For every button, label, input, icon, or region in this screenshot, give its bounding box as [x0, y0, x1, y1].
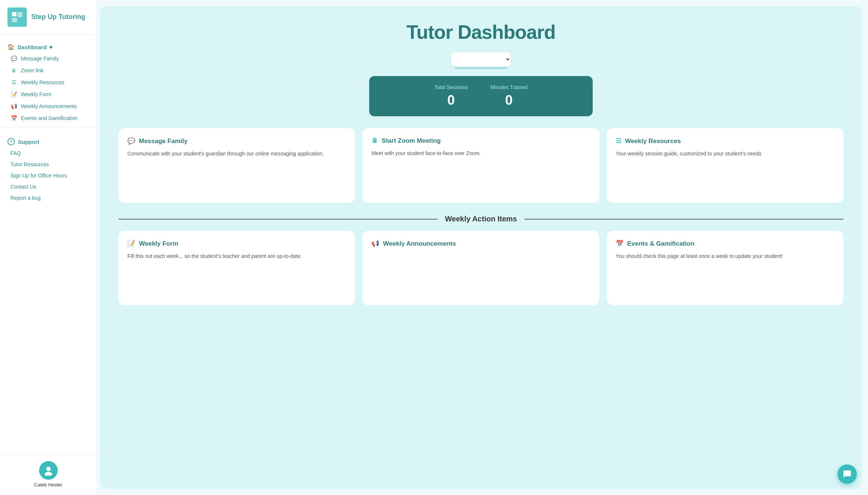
svg-rect-2: [12, 18, 17, 22]
top-cards-grid: 💬 Message Family Communicate with your s…: [118, 128, 843, 203]
question-icon: ?: [7, 138, 15, 145]
sidebar-item-faq[interactable]: FAQ: [0, 148, 96, 159]
divider-line-right: [525, 219, 843, 220]
form-icon: 📝: [10, 91, 17, 97]
start-zoom-card-desc: Meet with your student face-to-face over…: [371, 149, 590, 157]
total-sessions-label: Total Sessions: [434, 84, 468, 90]
weekly-form-card[interactable]: 📝 Weekly Form Fill this out each week...…: [118, 231, 355, 305]
page-title: Tutor Dashboard: [118, 21, 843, 43]
svg-point-4: [45, 472, 52, 476]
list-icon: ☰: [10, 79, 17, 85]
user-area: Caleb Hester: [0, 453, 96, 495]
message-family-card-desc: Communicate with your student's guardian…: [127, 149, 346, 158]
sidebar-item-office-hours[interactable]: Sign Up for Office Hours: [0, 170, 96, 181]
zoom-card-icon: 🖥: [371, 137, 378, 145]
sidebar-navigation: 🏠 Dashboard 💬 Message Family 🖥 Zoom link…: [0, 35, 96, 453]
weekly-form-card-desc: Fill this out each week... so the studen…: [127, 252, 346, 260]
form-card-icon: 📝: [127, 240, 135, 248]
events-card-icon: 📅: [616, 240, 624, 248]
svg-rect-1: [17, 12, 22, 17]
minutes-tutored-value: 0: [490, 92, 528, 108]
total-sessions-stat: Total Sessions 0: [434, 84, 468, 108]
weekly-form-card-title: 📝 Weekly Form: [127, 240, 346, 248]
minutes-tutored-label: Minutes Tutored: [490, 84, 528, 90]
weekly-cards-grid: 📝 Weekly Form Fill this out each week...…: [118, 231, 843, 305]
chat-button[interactable]: [837, 464, 857, 484]
message-family-card[interactable]: 💬 Message Family Communicate with your s…: [118, 128, 355, 203]
student-dropdown[interactable]: [451, 52, 511, 66]
events-gamification-card-title: 📅 Events & Gamification: [616, 240, 834, 248]
resources-card-icon: ☰: [616, 137, 621, 145]
sidebar-item-events-gamification[interactable]: 📅 Events and Gamification: [0, 112, 96, 124]
start-zoom-card[interactable]: 🖥 Start Zoom Meeting Meet with your stud…: [362, 128, 599, 203]
zoom-icon: 🖥: [10, 67, 17, 73]
dashboard-nav-item[interactable]: 🏠 Dashboard: [0, 41, 96, 53]
start-zoom-card-title: 🖥 Start Zoom Meeting: [371, 137, 590, 145]
student-select-wrapper: [451, 52, 511, 69]
sidebar-item-zoom-link[interactable]: 🖥 Zoom link: [0, 64, 96, 76]
events-gamification-card-desc: You should check this page at least once…: [616, 252, 834, 260]
events-gamification-card[interactable]: 📅 Events & Gamification You should check…: [607, 231, 843, 305]
logo-icon: [7, 7, 27, 27]
active-indicator: [50, 46, 52, 48]
sidebar-item-tutor-resources[interactable]: Tutor Resources: [0, 159, 96, 170]
sidebar-item-weekly-resources[interactable]: ☰ Weekly Resources: [0, 76, 96, 88]
sidebar-item-report-bug[interactable]: Report a bug: [0, 192, 96, 204]
minutes-tutored-stat: Minutes Tutored 0: [490, 84, 528, 108]
username-label: Caleb Hester: [34, 482, 63, 488]
stats-bar: Total Sessions 0 Minutes Tutored 0: [369, 76, 593, 116]
support-section: ? Support FAQ Tutor Resources Sign Up fo…: [0, 130, 96, 204]
sidebar-item-weekly-form[interactable]: 📝 Weekly Form: [0, 88, 96, 100]
student-selector-area: [118, 52, 843, 69]
message-family-card-icon: 💬: [127, 137, 135, 145]
main-content: Tutor Dashboard Total Sessions 0 Minutes…: [100, 6, 862, 489]
logo-area: Step Up Tutoring: [0, 0, 96, 35]
app-name: Step Up Tutoring: [31, 13, 85, 21]
message-family-card-title: 💬 Message Family: [127, 137, 346, 145]
weekly-announcements-card[interactable]: 📢 Weekly Announcements: [362, 231, 599, 305]
nav-divider: [0, 127, 96, 127]
home-icon: 🏠: [7, 44, 15, 50]
message-icon: 💬: [10, 56, 17, 62]
avatar: [39, 461, 58, 480]
announcement-icon: 📢: [10, 103, 17, 109]
sidebar-item-contact-us[interactable]: Contact Us: [0, 181, 96, 192]
total-sessions-value: 0: [434, 92, 468, 108]
sidebar: Step Up Tutoring 🏠 Dashboard 💬 Message F…: [0, 0, 97, 495]
weekly-section-title: Weekly Action Items: [437, 215, 524, 223]
support-section-label: ? Support: [0, 135, 96, 148]
divider-line-left: [118, 219, 437, 220]
weekly-section-divider: Weekly Action Items: [118, 215, 843, 223]
weekly-resources-card[interactable]: ☰ Weekly Resources Your weekly session g…: [607, 128, 843, 203]
calendar-icon: 📅: [10, 115, 17, 121]
sidebar-item-message-family[interactable]: 💬 Message Family: [0, 53, 96, 64]
weekly-announcements-card-title: 📢 Weekly Announcements: [371, 240, 590, 248]
weekly-resources-card-title: ☰ Weekly Resources: [616, 137, 834, 145]
svg-rect-0: [12, 12, 16, 16]
svg-point-3: [46, 467, 51, 471]
weekly-resources-card-desc: Your weekly session guide, customized to…: [616, 149, 834, 158]
selector-underline: [455, 68, 507, 69]
sidebar-item-weekly-announcements[interactable]: 📢 Weekly Announcements: [0, 100, 96, 112]
announcements-card-icon: 📢: [371, 240, 379, 248]
